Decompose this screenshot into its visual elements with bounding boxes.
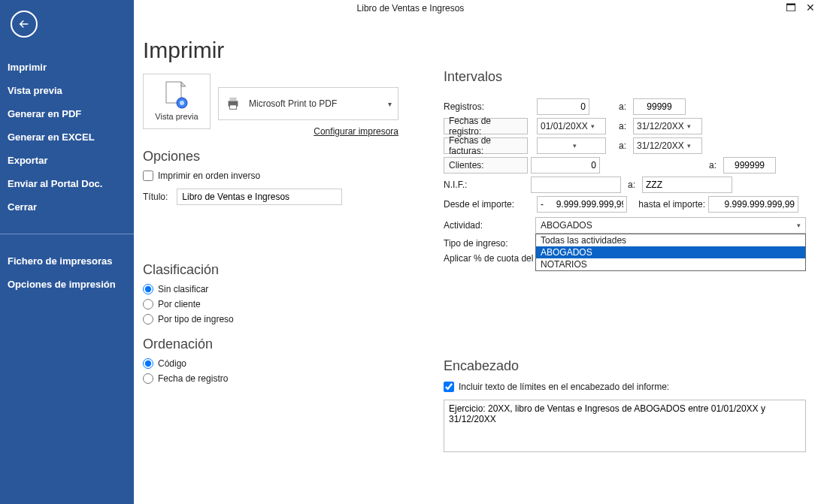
sidebar-item-cerrar[interactable]: Cerrar bbox=[0, 195, 134, 219]
encabezado-textarea[interactable] bbox=[444, 400, 806, 452]
chevron-down-icon: ▾ bbox=[797, 222, 801, 229]
chevron-down-icon[interactable]: ▾ bbox=[591, 122, 602, 130]
reverse-order-label: Imprimir en orden inverso bbox=[158, 171, 260, 181]
actividad-dropdown: Todas las actividades ABOGADOS NOTARIOS bbox=[535, 234, 806, 271]
clasificacion-heading: Clasificación bbox=[143, 262, 414, 278]
fechas-registro-button[interactable]: Fechas de registro: bbox=[444, 118, 528, 134]
aplicar-cuota-label: Aplicar % de cuota del s bbox=[444, 253, 541, 264]
encabezado-heading: Encabezado bbox=[444, 358, 806, 374]
nif-to[interactable] bbox=[642, 177, 732, 193]
clas-sin[interactable] bbox=[143, 284, 153, 294]
tipo-ingreso-label: Tipo de ingreso: bbox=[444, 238, 528, 249]
chevron-down-icon[interactable]: ▾ bbox=[687, 122, 698, 130]
svg-rect-5 bbox=[229, 105, 236, 110]
titulo-input[interactable] bbox=[177, 189, 342, 205]
vista-previa-button[interactable]: Vista previa bbox=[143, 74, 211, 129]
fechas-registro-from[interactable]: 01/01/20XX▾ bbox=[537, 118, 606, 134]
fechas-facturas-button[interactable]: Fechas de facturas: bbox=[444, 137, 528, 154]
window-title: Libro de Ventas e Ingresos bbox=[357, 3, 465, 14]
sidebar-item-pdf[interactable]: Generar en PDF bbox=[0, 102, 134, 125]
encabezado-check-label: Incluir texto de límites en el encabezad… bbox=[459, 382, 669, 392]
sidebar: Imprimir Vista previa Generar en PDF Gen… bbox=[0, 0, 134, 504]
actividad-option[interactable]: ABOGADOS bbox=[536, 246, 805, 258]
fechas-facturas-from[interactable]: ▾ bbox=[537, 137, 606, 154]
sidebar-separator bbox=[0, 234, 134, 234]
clas-sin-label: Sin clasificar bbox=[158, 284, 208, 294]
sidebar-item-imprimir[interactable]: Imprimir bbox=[0, 56, 134, 79]
ord-codigo[interactable] bbox=[143, 358, 153, 369]
clientes-button[interactable]: Clientes: bbox=[444, 157, 528, 174]
ord-fecha-label: Fecha de registro bbox=[158, 373, 228, 384]
importe-to-label: hasta el importe: bbox=[638, 199, 705, 210]
clas-tipo-label: Por tipo de ingreso bbox=[158, 314, 234, 324]
encabezado-checkbox[interactable] bbox=[444, 382, 454, 392]
svg-rect-4 bbox=[229, 98, 236, 101]
sidebar-item-excel[interactable]: Generar en EXCEL bbox=[0, 125, 134, 149]
actividad-option[interactable]: Todas las actividades bbox=[536, 234, 805, 246]
page-title: Imprimir bbox=[143, 38, 414, 63]
back-button[interactable] bbox=[11, 11, 38, 38]
ord-fecha[interactable] bbox=[143, 373, 153, 384]
actividad-option[interactable]: NOTARIOS bbox=[536, 258, 805, 270]
printer-selector[interactable]: Microsoft Print to PDF ▾ bbox=[218, 87, 398, 120]
opciones-heading: Opciones bbox=[143, 149, 414, 164]
sidebar-item-vista-previa[interactable]: Vista previa bbox=[0, 79, 134, 102]
ordenacion-heading: Ordenación bbox=[143, 337, 414, 352]
actividad-label: Actividad: bbox=[444, 220, 528, 231]
sidebar-item-portal[interactable]: Enviar al Portal Doc. bbox=[0, 172, 134, 195]
sidebar-item-exportar[interactable]: Exportar bbox=[0, 149, 134, 172]
document-preview-icon bbox=[163, 82, 190, 109]
intervalos-heading: Intervalos bbox=[444, 69, 806, 85]
fechas-facturas-to[interactable]: 31/12/20XX▾ bbox=[633, 137, 702, 154]
chevron-down-icon[interactable]: ▾ bbox=[687, 142, 698, 149]
a-label: a: bbox=[615, 140, 630, 151]
chevron-down-icon: ▾ bbox=[388, 100, 392, 108]
registros-to[interactable] bbox=[633, 98, 686, 115]
vista-previa-label: Vista previa bbox=[155, 112, 198, 121]
registros-label: Registros: bbox=[444, 101, 534, 112]
sidebar-item-opciones[interactable]: Opciones de impresión bbox=[0, 273, 134, 296]
a-label: a: bbox=[615, 101, 630, 112]
titulo-label: Título: bbox=[143, 192, 168, 202]
a-label: a: bbox=[615, 121, 630, 131]
fechas-registro-to[interactable]: 31/12/20XX▾ bbox=[633, 118, 702, 134]
sidebar-item-fichero[interactable]: Fichero de impresoras bbox=[0, 249, 134, 273]
clas-cliente[interactable] bbox=[143, 299, 153, 309]
maximize-button[interactable]: 🗖 bbox=[785, 2, 797, 14]
importe-from-label: Desde el importe: bbox=[444, 199, 534, 210]
importe-from[interactable] bbox=[537, 196, 627, 213]
svg-point-2 bbox=[180, 101, 184, 105]
configure-printer-link[interactable]: Configurar impresora bbox=[218, 126, 398, 137]
ord-codigo-label: Código bbox=[158, 358, 186, 369]
nif-label: N.I.F.: bbox=[444, 180, 528, 190]
registros-from[interactable] bbox=[537, 98, 589, 115]
clas-cliente-label: Por cliente bbox=[158, 299, 201, 309]
a-label: a: bbox=[705, 160, 720, 171]
printer-name: Microsoft Print to PDF bbox=[249, 98, 380, 109]
chevron-down-icon[interactable]: ▾ bbox=[573, 142, 602, 149]
importe-to[interactable] bbox=[708, 196, 798, 213]
actividad-selected: ABOGADOS bbox=[541, 220, 592, 231]
printer-icon bbox=[225, 95, 241, 112]
a-label: a: bbox=[624, 180, 639, 190]
clientes-from[interactable] bbox=[531, 157, 600, 174]
clientes-to[interactable] bbox=[723, 157, 776, 174]
nif-from[interactable] bbox=[531, 177, 621, 193]
close-button[interactable]: ✕ bbox=[804, 2, 816, 14]
reverse-order-checkbox[interactable] bbox=[143, 171, 153, 181]
clas-tipo[interactable] bbox=[143, 314, 153, 324]
actividad-select[interactable]: ABOGADOS ▾ bbox=[535, 217, 806, 234]
